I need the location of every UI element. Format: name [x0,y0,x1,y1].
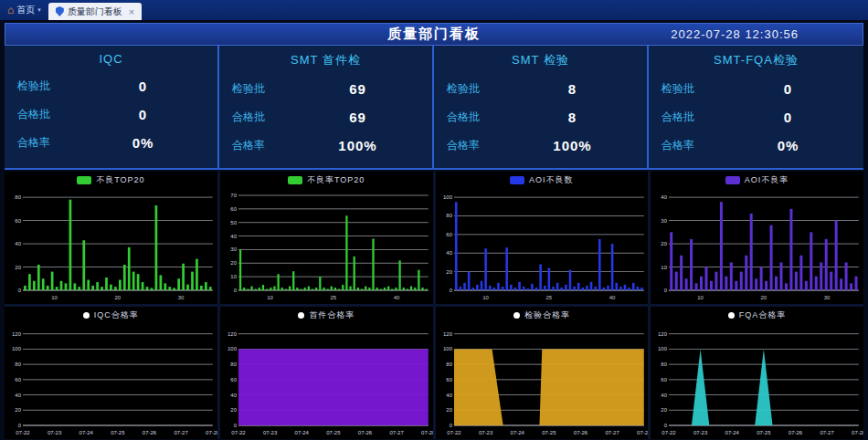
svg-text:07-22: 07-22 [447,430,461,435]
stat-panel-title: SMT-FQA检验 [662,52,851,68]
svg-text:120: 120 [658,331,668,337]
close-tab-icon[interactable]: × [129,6,134,17]
svg-text:80: 80 [230,361,237,367]
stat-value: 0% [725,138,851,153]
svg-text:30: 30 [178,295,185,300]
stat-label: 合格率 [232,138,296,153]
svg-text:0: 0 [449,288,452,293]
svg-text:07-24: 07-24 [79,430,94,435]
svg-text:07-26: 07-26 [573,430,587,435]
svg-text:20: 20 [115,295,122,300]
svg-text:0: 0 [449,423,452,428]
stat-row: 检验批 0 [17,79,205,94]
legend-label: 首件合格率 [309,309,355,321]
svg-text:07-22: 07-22 [231,430,246,435]
svg-text:07-26: 07-26 [143,430,157,435]
stat-value: 0 [81,79,205,94]
stat-label: 合格率 [662,138,725,153]
stat-row: 检验批 69 [232,81,419,97]
stat-label: 合格批 [232,110,296,125]
chart-aoi-defect-rate: AOI不良率 010203040102030 [651,172,863,304]
svg-text:07-23: 07-23 [48,430,62,435]
chart-defect-top: 不良TOP20 020406080102030 [5,172,217,304]
tab-quality-dashboard[interactable]: 质量部门看板 × [48,3,142,20]
stat-value: 69 [296,110,419,125]
area-chart: 02040608010012007-2207-2307-2407-2507-26… [651,322,863,437]
svg-text:07-23: 07-23 [693,430,708,435]
stat-value: 0 [81,107,205,122]
stat-row: 合格率 0% [17,135,205,151]
svg-text:60: 60 [15,377,21,382]
title-bar: 质量部门看板 2022-07-28 12:30:56 [5,23,863,46]
stat-label: 合格批 [17,107,81,122]
svg-text:70: 70 [230,193,237,198]
stat-panel-title: SMT 检验 [447,52,634,68]
stat-panel-iqc: IQC 检验批 0 合格批 0 合格率 0% [5,46,219,168]
stat-label: 合格批 [662,110,725,125]
home-menu[interactable]: ⌂ 首页 ▾ [5,4,48,20]
stat-label: 检验批 [17,79,81,94]
svg-text:10: 10 [662,265,668,270]
stat-row: 检验批 0 [662,81,851,97]
svg-text:20: 20 [15,407,21,413]
legend-swatch [288,176,302,184]
datetime-display: 2022-07-28 12:30:56 [671,27,799,41]
chart-legend: 不良率TOP20 [220,173,433,187]
svg-text:80: 80 [15,194,21,200]
legend-dot-icon [513,312,520,319]
stat-row: 合格批 69 [232,110,419,125]
svg-text:40: 40 [662,393,668,398]
svg-text:0: 0 [233,423,237,428]
chart-fqa-pass-trend: FQA合格率 02040608010012007-2207-2307-2407-… [651,307,863,439]
dashboard-screen: ⌂ 首页 ▾ 质量部门看板 × 质量部门看板 2022-07-28 12:30:… [0,0,868,440]
svg-text:30: 30 [662,218,668,224]
legend-swatch [725,176,740,184]
svg-text:40: 40 [15,241,21,246]
svg-text:10: 10 [482,295,489,300]
svg-text:100: 100 [442,194,452,200]
svg-text:07-22: 07-22 [16,430,30,435]
legend-swatch [77,176,91,184]
area-chart: 02040608010012007-2207-2307-2407-2507-26… [5,322,217,437]
svg-text:100: 100 [658,346,668,351]
svg-text:60: 60 [662,377,668,382]
stat-row: 合格批 0 [662,110,851,125]
legend-dot-icon [298,312,304,319]
stat-row: 合格率 100% [447,138,634,153]
stat-panel-title: IQC [17,52,205,66]
svg-text:07-26: 07-26 [358,430,373,435]
chart-aoi-defect-count: AOI不良数 020406080100102540 [436,172,649,304]
svg-text:10: 10 [267,295,273,300]
svg-text:20: 20 [230,260,237,266]
svg-text:60: 60 [446,232,452,237]
stat-label: 检验批 [232,81,296,97]
stats-row: IQC 检验批 0 合格批 0 合格率 0% SMT 首件检 检验批 [5,46,863,170]
stat-row: 合格率 0% [662,138,851,153]
stat-label: 检验批 [662,81,725,97]
legend-dot-icon [83,312,90,319]
svg-text:07-25: 07-25 [542,430,556,435]
chart-legend: FQA合格率 [651,309,863,322]
svg-text:07-23: 07-23 [478,430,492,435]
legend-dot-icon [728,312,735,319]
svg-text:20: 20 [15,265,21,270]
svg-text:120: 120 [228,331,238,337]
chart-legend: AOI不良率 [651,173,863,187]
stat-panel-smt-fqa: SMT-FQA检验 检验批 0 合格批 0 合格率 0% [649,46,863,168]
svg-text:20: 20 [662,407,668,413]
legend-label: IQC合格率 [94,309,139,321]
charts-grid: 不良TOP20 020406080102030 不良率TOP20 0102030… [5,172,863,439]
svg-text:60: 60 [15,218,21,224]
stat-row: 合格批 8 [447,110,634,125]
home-label: 首页 [16,4,35,16]
svg-text:40: 40 [609,295,615,300]
stat-label: 检验批 [447,81,511,97]
svg-text:120: 120 [12,331,22,337]
legend-label: AOI不良率 [745,174,789,186]
stat-value: 8 [511,81,634,97]
svg-text:07-24: 07-24 [294,430,309,435]
svg-text:10: 10 [51,295,58,300]
legend-label: 不良率TOP20 [307,174,365,186]
area-chart: 02040608010012007-2207-2307-2407-2507-26… [436,322,649,437]
stat-value: 0 [725,110,851,125]
